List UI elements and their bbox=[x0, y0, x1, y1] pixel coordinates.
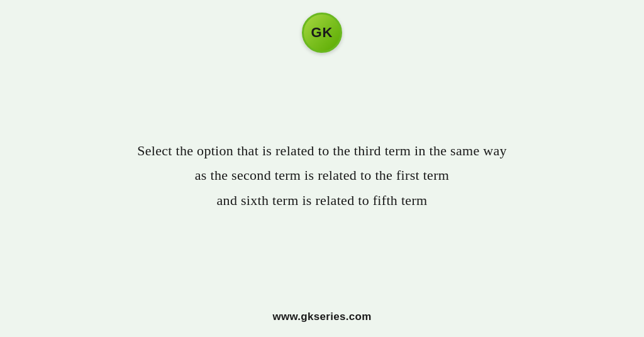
question-line2: as the second term is related to the fir… bbox=[195, 167, 449, 183]
question-line3: and sixth term is related to fifth term bbox=[217, 192, 428, 208]
footer: www.gkseries.com bbox=[272, 311, 371, 323]
main-content: Select the option that is related to the… bbox=[99, 40, 545, 311]
question-text: Select the option that is related to the… bbox=[137, 138, 507, 213]
footer-url: www.gkseries.com bbox=[272, 311, 371, 323]
logo-text: GK bbox=[311, 25, 333, 41]
question-line1: Select the option that is related to the… bbox=[137, 143, 507, 158]
